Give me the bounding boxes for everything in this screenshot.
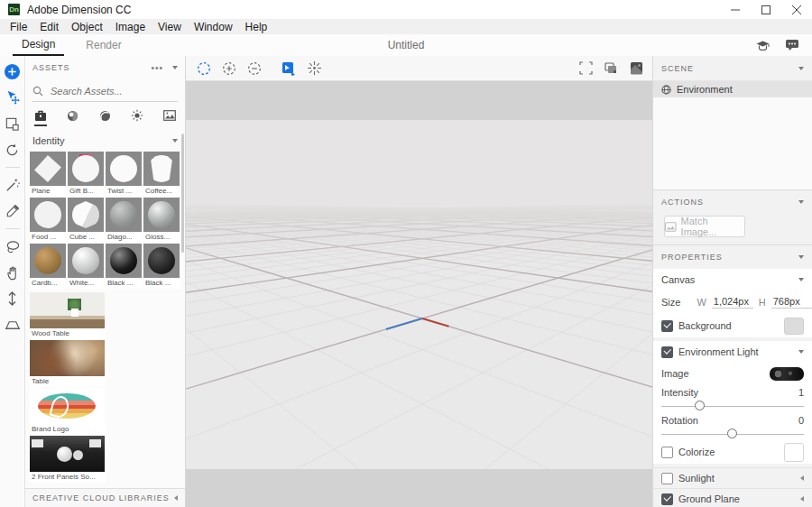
canvas-section-header[interactable]: Canvas bbox=[653, 269, 812, 290]
select-move-icon[interactable] bbox=[3, 88, 23, 107]
select-scale-icon[interactable] bbox=[3, 114, 23, 134]
asset-thumbnail[interactable]: Gloss... bbox=[143, 198, 180, 243]
panel-menu-icon[interactable]: ••• bbox=[151, 63, 163, 73]
actions-panel-header[interactable]: ACTIONS bbox=[653, 190, 812, 214]
width-input[interactable]: 1,024px bbox=[712, 296, 753, 309]
section-identity[interactable]: Identity bbox=[25, 126, 185, 152]
asset-art bbox=[106, 152, 142, 186]
asset-thumbnail[interactable]: White... bbox=[68, 244, 105, 289]
sunlight-row[interactable]: Sunlight bbox=[653, 467, 812, 489]
asset-thumbnail[interactable]: Food ... bbox=[30, 198, 67, 243]
category-lights-icon[interactable] bbox=[131, 109, 143, 126]
add-content-icon[interactable] bbox=[3, 61, 23, 81]
select-rotate-icon[interactable] bbox=[3, 140, 23, 160]
chevron-down-icon[interactable] bbox=[172, 66, 178, 69]
eyedropper-icon[interactable] bbox=[3, 201, 23, 221]
asset-art bbox=[30, 152, 66, 186]
environment-image-thumbnail[interactable] bbox=[770, 367, 804, 381]
snap-icon[interactable] bbox=[301, 56, 327, 81]
rotation-slider[interactable] bbox=[661, 429, 804, 440]
colorize-color-swatch[interactable] bbox=[784, 443, 804, 462]
maximize-button[interactable] bbox=[751, 0, 781, 19]
menu-file[interactable]: File bbox=[4, 21, 33, 33]
creative-cloud-libraries-bar[interactable]: CREATIVE CLOUD LIBRARIES bbox=[25, 488, 185, 507]
scene-item-environment[interactable]: Environment bbox=[653, 81, 812, 97]
category-images-icon[interactable] bbox=[163, 110, 176, 125]
category-models-icon[interactable] bbox=[34, 110, 47, 126]
fullscreen-icon[interactable] bbox=[573, 56, 598, 81]
render-preview-icon[interactable] bbox=[623, 56, 649, 81]
menu-help[interactable]: Help bbox=[239, 21, 274, 33]
lasso-icon[interactable] bbox=[3, 236, 23, 256]
menu-image[interactable]: Image bbox=[109, 21, 152, 33]
category-graphics-icon[interactable] bbox=[99, 110, 112, 126]
asset-thumbnail[interactable]: Gift B... bbox=[68, 152, 105, 197]
canvas-properties-card: Canvas Size W 1,024px H 768px Background bbox=[653, 269, 812, 337]
asset-thumbnail[interactable]: Twist ... bbox=[106, 152, 143, 197]
background-color-swatch[interactable] bbox=[784, 318, 804, 335]
tab-render[interactable]: Render bbox=[77, 34, 130, 56]
sunlight-checkbox[interactable] bbox=[661, 473, 673, 484]
asset-thumbnail[interactable]: 2 Front Panels So... bbox=[30, 436, 106, 483]
properties-panel-header[interactable]: PROPERTIES bbox=[653, 245, 812, 269]
hand-pan-icon[interactable] bbox=[3, 263, 23, 282]
height-label: H bbox=[759, 297, 766, 308]
marquee-subtract-icon[interactable] bbox=[242, 56, 267, 81]
marquee-circle-icon[interactable] bbox=[191, 56, 217, 81]
frame-selection-icon[interactable] bbox=[276, 56, 301, 81]
background-checkbox[interactable] bbox=[661, 320, 673, 332]
rotation-value[interactable]: 0 bbox=[798, 415, 804, 426]
assets-scrollbar[interactable] bbox=[181, 134, 184, 253]
window-title: Adobe Dimension CC bbox=[27, 4, 131, 16]
menu-view[interactable]: View bbox=[152, 21, 188, 33]
colorize-checkbox[interactable] bbox=[661, 447, 673, 458]
asset-thumbnail[interactable]: Diago... bbox=[106, 198, 143, 243]
ground-plane-row[interactable]: Ground Plane bbox=[653, 489, 812, 507]
asset-thumbnail[interactable]: Coffee... bbox=[143, 152, 180, 197]
menu-bar: File Edit Object Image View Window Help bbox=[0, 19, 812, 34]
environment-light-header[interactable]: Environment Light bbox=[653, 341, 812, 363]
feedback-icon[interactable] bbox=[785, 39, 799, 52]
asset-thumbnail[interactable]: Black ... bbox=[143, 244, 180, 289]
scene-tree-area[interactable] bbox=[653, 97, 812, 190]
search-input[interactable] bbox=[49, 85, 170, 97]
magic-wand-icon[interactable] bbox=[3, 175, 23, 195]
height-input[interactable]: 768px bbox=[771, 296, 812, 309]
menu-edit[interactable]: Edit bbox=[33, 21, 65, 33]
asset-thumbnail[interactable]: Cube ... bbox=[68, 198, 105, 243]
rotation-label: Rotation bbox=[661, 415, 698, 426]
close-button[interactable] bbox=[781, 0, 812, 19]
camera-bookmarks-icon[interactable] bbox=[598, 56, 623, 81]
match-image-button[interactable]: Match Image... bbox=[664, 216, 745, 237]
intensity-slider[interactable] bbox=[661, 401, 804, 412]
tab-design[interactable]: Design bbox=[13, 34, 64, 56]
search-field[interactable] bbox=[32, 81, 178, 102]
marquee-add-icon[interactable] bbox=[217, 56, 242, 81]
chevron-left-icon bbox=[800, 475, 804, 481]
menu-window[interactable]: Window bbox=[188, 21, 239, 33]
asset-thumbnail[interactable]: Brand Logo bbox=[30, 388, 106, 435]
asset-thumbnail[interactable]: Cardb... bbox=[30, 244, 67, 289]
rotation-row: Rotation 0 bbox=[653, 412, 812, 429]
rotation-slider-thumb[interactable] bbox=[727, 429, 737, 438]
asset-thumbnail[interactable]: Wood Table bbox=[30, 292, 106, 339]
assets-panel-title: ASSETS bbox=[32, 63, 70, 72]
scene-panel-header[interactable]: SCENE bbox=[653, 56, 812, 81]
dolly-icon[interactable] bbox=[3, 289, 23, 309]
category-materials-icon[interactable] bbox=[67, 110, 79, 126]
intensity-slider-thumb[interactable] bbox=[695, 401, 705, 410]
ground-plane-checkbox[interactable] bbox=[661, 493, 673, 505]
learn-icon[interactable] bbox=[755, 39, 770, 52]
horizon-icon[interactable] bbox=[3, 315, 23, 335]
asset-thumbnail[interactable]: Black ... bbox=[106, 244, 143, 289]
environment-light-checkbox[interactable] bbox=[661, 346, 673, 358]
asset-label: 2 Front Panels So... bbox=[30, 472, 106, 483]
menu-object[interactable]: Object bbox=[65, 21, 109, 33]
intensity-value[interactable]: 1 bbox=[798, 387, 804, 398]
asset-thumbnail[interactable]: Plane bbox=[30, 152, 67, 197]
minimize-button[interactable] bbox=[720, 0, 751, 19]
asset-art bbox=[30, 244, 66, 278]
colorize-label: Colorize bbox=[678, 447, 715, 457]
asset-thumbnail[interactable]: Table bbox=[30, 340, 106, 387]
viewport-3d-scene[interactable] bbox=[186, 81, 652, 507]
